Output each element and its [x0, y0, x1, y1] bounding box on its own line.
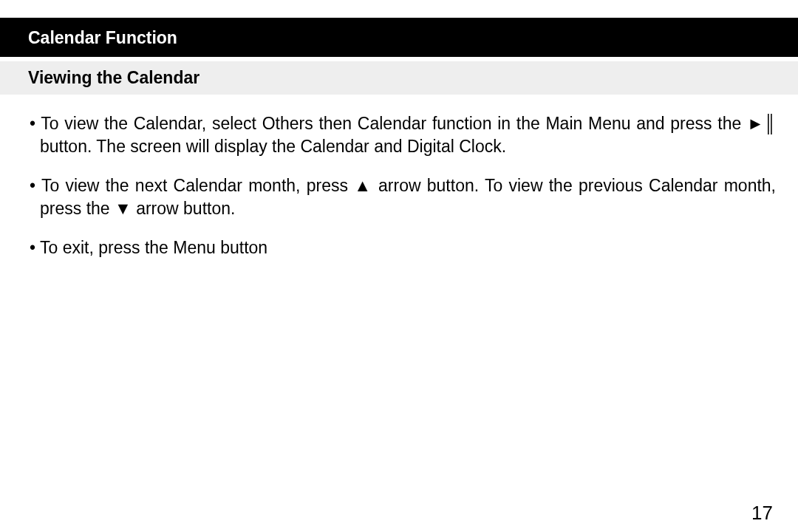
section-header: Calendar Function: [0, 18, 798, 57]
section-subheader: Viewing the Calendar: [0, 61, 798, 95]
bullet-item: • To view the next Calendar month, press…: [30, 174, 776, 220]
body-text: • To view the Calendar, select Others th…: [0, 95, 798, 259]
page-container: Calendar Function Viewing the Calendar •…: [0, 18, 798, 532]
bullet-item: • To exit, press the Menu button: [30, 236, 776, 259]
bullet-item: • To view the Calendar, select Others th…: [30, 112, 776, 158]
page-number: 17: [751, 502, 773, 525]
